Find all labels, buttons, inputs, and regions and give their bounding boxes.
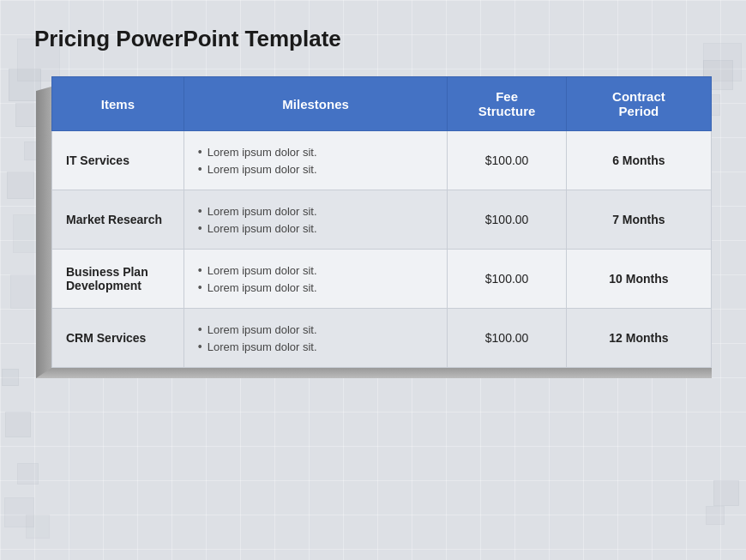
cell-milestones: Lorem ipsum dolor sit.Lorem ipsum dolor … <box>183 190 448 250</box>
cell-fee: $100.00 <box>448 131 566 190</box>
cell-item: CRM Services <box>52 309 184 368</box>
milestone-item: Lorem ipsum dolor sit. <box>198 143 434 160</box>
cell-item: Market Research <box>52 190 184 250</box>
cell-fee: $100.00 <box>448 250 566 309</box>
milestone-item: Lorem ipsum dolor sit. <box>198 338 434 355</box>
cell-milestones: Lorem ipsum dolor sit.Lorem ipsum dolor … <box>183 131 448 190</box>
table-header-row: Items Milestones FeeStructure ContractPe… <box>52 77 712 131</box>
table-row: IT ServicesLorem ipsum dolor sit.Lorem i… <box>52 131 712 190</box>
milestone-item: Lorem ipsum dolor sit. <box>198 321 434 338</box>
cell-contract: 6 Months <box>566 131 711 190</box>
cell-milestones: Lorem ipsum dolor sit.Lorem ipsum dolor … <box>183 309 448 368</box>
cell-item: IT Services <box>52 131 184 190</box>
table-row: CRM ServicesLorem ipsum dolor sit.Lorem … <box>52 309 712 368</box>
cell-contract: 12 Months <box>566 309 711 368</box>
cell-contract: 10 Months <box>566 250 711 309</box>
cell-item: Business Plan Development <box>52 250 184 309</box>
cell-contract: 7 Months <box>566 190 711 250</box>
cell-fee: $100.00 <box>448 190 566 250</box>
header-fee-structure: FeeStructure <box>448 77 566 131</box>
milestone-item: Lorem ipsum dolor sit. <box>198 220 434 237</box>
page-content: Pricing PowerPoint Template Items Milest… <box>0 0 746 385</box>
header-contract-period: ContractPeriod <box>566 77 711 131</box>
header-milestones: Milestones <box>183 77 448 131</box>
table-row: Business Plan DevelopmentLorem ipsum dol… <box>52 250 712 309</box>
table-row: Market ResearchLorem ipsum dolor sit.Lor… <box>52 190 712 250</box>
milestone-item: Lorem ipsum dolor sit. <box>198 262 434 279</box>
page-title: Pricing PowerPoint Template <box>34 26 712 52</box>
milestone-item: Lorem ipsum dolor sit. <box>198 279 434 296</box>
header-items: Items <box>52 77 184 131</box>
milestone-item: Lorem ipsum dolor sit. <box>198 160 434 178</box>
pricing-table: Items Milestones FeeStructure ContractPe… <box>51 76 712 368</box>
table-3d-wrapper: Items Milestones FeeStructure ContractPe… <box>51 76 712 368</box>
milestone-item: Lorem ipsum dolor sit. <box>198 202 434 220</box>
table-body: IT ServicesLorem ipsum dolor sit.Lorem i… <box>52 131 712 368</box>
cell-fee: $100.00 <box>448 309 566 368</box>
table-3d-side <box>36 87 51 378</box>
cell-milestones: Lorem ipsum dolor sit.Lorem ipsum dolor … <box>183 250 448 309</box>
table-3d-bottom <box>36 368 712 378</box>
